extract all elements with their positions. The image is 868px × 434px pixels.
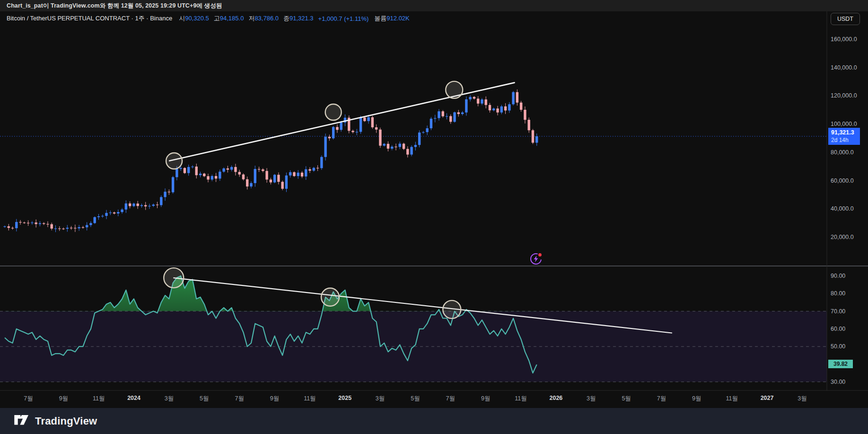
svg-text:30.00: 30.00 (831, 379, 845, 385)
time-label-month: 7월 (446, 395, 455, 403)
time-label-month: 5월 (411, 395, 420, 403)
time-label-year: 2024 (127, 395, 140, 401)
svg-text:60,000.0: 60,000.0 (831, 177, 854, 184)
current-price-badge: 91,321.3 2d 14h (828, 128, 860, 145)
main-trendline[interactable] (169, 83, 514, 161)
svg-text:50.00: 50.00 (831, 343, 845, 350)
svg-text:70.00: 70.00 (831, 308, 845, 315)
rsi-touch-circle-1[interactable] (164, 268, 184, 288)
svg-text:100,000.0: 100,000.0 (831, 121, 857, 127)
time-label-month: 3월 (165, 395, 174, 403)
rsi-touch-circle-2[interactable] (321, 288, 339, 306)
time-label-month: 11월 (726, 395, 737, 403)
time-label-year: 2026 (549, 395, 562, 401)
svg-text:40,000.0: 40,000.0 (831, 205, 854, 212)
current-price-value: 91,321.3 (831, 129, 860, 136)
time-label-month: 5월 (622, 395, 631, 403)
volume: 볼륨912.02K (374, 14, 409, 23)
currency-toggle-button[interactable]: USDT (831, 13, 860, 25)
tradingview-wordmark[interactable]: TradingView (35, 415, 97, 427)
svg-text:20,000.0: 20,000.0 (831, 234, 854, 240)
time-label-month: 3월 (587, 395, 596, 403)
time-label-month: 11월 (93, 395, 105, 403)
svg-text:80,000.0: 80,000.0 (831, 149, 854, 156)
time-label-month: 7월 (657, 395, 666, 403)
time-label-year: 2027 (761, 395, 774, 401)
ohlc-low: 저83,786.0 (248, 14, 279, 23)
footer-bar: TradingView (0, 408, 868, 434)
time-label-month: 9월 (59, 395, 68, 403)
tradingview-published-chart: Chart_is_pat이 TradingView.com와 함께 12월 05… (0, 0, 868, 434)
price-touch-circle-1[interactable] (166, 153, 182, 169)
ohlc-close: 종91,321.3 (283, 14, 314, 23)
change-value: +1,000.7 (+1.11%) (318, 15, 369, 22)
time-label-month: 3월 (798, 395, 807, 403)
rsi-value-badge: 39.82 (828, 360, 853, 368)
time-label-month: 7월 (235, 395, 244, 403)
rsi-touch-circle-3[interactable] (443, 301, 461, 319)
time-label-month: 11월 (304, 395, 316, 403)
bar-countdown: 2d 14h (831, 136, 860, 144)
svg-text:60.00: 60.00 (831, 326, 845, 332)
symbol-legend: Bitcoin / TetherUS PERPETUAL CONTRACT · … (7, 14, 414, 23)
attribution-text: Chart_is_pat이 TradingView.com와 함께 12월 05… (7, 2, 222, 10)
svg-text:90.00: 90.00 (831, 273, 845, 279)
time-label-month: 7월 (24, 395, 33, 403)
time-axis[interactable]: 7월9월11월20243월5월7월9월11월20253월5월7월9월11월202… (0, 390, 868, 408)
time-label-month: 3월 (376, 395, 385, 403)
time-label-year: 2025 (338, 395, 351, 401)
svg-text:160,000.0: 160,000.0 (831, 36, 857, 43)
candlestick-and-rsi-chart[interactable]: 160,000.0140,000.0120,000.0100,000.080,0… (0, 11, 868, 408)
candles-group (3, 89, 538, 232)
chart-area: 160,000.0140,000.0120,000.0100,000.080,0… (0, 11, 868, 408)
attribution-bar: Chart_is_pat이 TradingView.com와 함께 12월 05… (0, 0, 868, 11)
time-label-month: 9월 (270, 395, 279, 403)
svg-text:80.00: 80.00 (831, 290, 845, 297)
ohlc-high: 고94,185.0 (214, 14, 244, 23)
tradingview-logo-icon[interactable] (14, 415, 30, 427)
boost-lightning-icon[interactable] (529, 252, 544, 266)
svg-text:140,000.0: 140,000.0 (831, 64, 857, 71)
time-label-month: 9월 (481, 395, 490, 403)
price-touch-circle-2[interactable] (325, 104, 342, 120)
time-label-month: 11월 (515, 395, 526, 403)
svg-text:120,000.0: 120,000.0 (831, 92, 857, 99)
time-label-month: 5월 (200, 395, 209, 403)
time-label-month: 9월 (692, 395, 701, 403)
price-touch-circle-3[interactable] (446, 81, 463, 98)
ohlc-open: 시90,320.5 (179, 14, 209, 23)
symbol-title: Bitcoin / TetherUS PERPETUAL CONTRACT · … (7, 14, 172, 23)
